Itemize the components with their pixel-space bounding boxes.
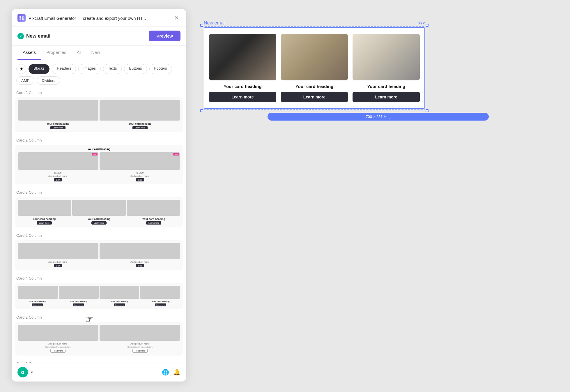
left-panel: Pixcraft Email Generator — create and ex… [12, 9, 186, 382]
preview-card-img-1 [209, 34, 276, 80]
footers-chip[interactable]: Footers [149, 64, 172, 74]
panel-footer: G ▾ 🌐 🔔 [12, 363, 186, 382]
preview-label-row: New email </> [204, 20, 425, 26]
svg-rect-2 [20, 18, 21, 20]
read-img-1 [18, 325, 98, 341]
card-section-3col: Card 3 Column Your card heading Learn mo… [15, 190, 183, 227]
globe-icon[interactable]: 🌐 [162, 369, 169, 376]
3col-img-2 [72, 200, 125, 216]
headers-chip[interactable]: Headers [52, 64, 76, 74]
preview-label: New email [204, 20, 226, 26]
preview-card-heading-2: Your card heading [295, 84, 334, 89]
card-section-4col: Card 4 Column Your card heading Learn mo… [15, 276, 183, 309]
card-2col-product[interactable]: Add product name Buy Add product name Bu… [15, 240, 183, 270]
read-more-btn-1[interactable]: Read more [50, 349, 66, 353]
svg-rect-3 [22, 18, 24, 20]
footer-icons: 🌐 🔔 [162, 369, 180, 376]
close-button[interactable]: ✕ [172, 14, 180, 22]
4col-btn-3[interactable]: Learn more [114, 303, 125, 306]
buy-btn-1[interactable]: Buy [54, 178, 62, 181]
cards-scroll[interactable]: Card 2 Column Your card heading Learn mo… [12, 88, 186, 363]
texts-chip[interactable]: Texts [103, 64, 122, 74]
card-2col-basic[interactable]: Your card heading Learn more Your card h… [15, 97, 183, 132]
3col-btn-1[interactable]: Learn more [37, 221, 52, 225]
new-email-label: ✓ New email [17, 33, 50, 39]
4col-btn-4[interactable]: Learn more [155, 303, 166, 306]
learn-more-btn-2[interactable]: Learn more [132, 126, 148, 129]
preview-card-img-2 [281, 34, 348, 80]
4col-img-1 [18, 286, 58, 299]
chevron-down-icon[interactable]: ▾ [31, 370, 33, 375]
preview-card-3: Your card heading Learn more [353, 34, 420, 102]
images-chip[interactable]: Images [78, 64, 101, 74]
card-2col-sale[interactable]: Your card heading Sale Sale $ 1980 Add p… [15, 145, 183, 184]
user-avatar[interactable]: G [17, 367, 28, 377]
card-section-2col-basic: Card 2 Column Your card heading Learn mo… [15, 91, 183, 132]
app-icon [17, 14, 26, 22]
preview-learn-btn-2[interactable]: Learn more [281, 92, 348, 102]
3col-img-1 [18, 200, 71, 216]
preview-card-1: Your card heading Learn more [209, 34, 276, 102]
3col-img-3 [127, 200, 180, 216]
panel-header: Pixcraft Email Generator — create and ex… [12, 9, 186, 27]
card-2col-read[interactable]: Add product name Some attractive descrip… [15, 322, 183, 356]
preview-learn-btn-1[interactable]: Learn more [209, 92, 276, 102]
learn-more-btn-1[interactable]: Learn more [50, 126, 66, 129]
read-more-btn-2[interactable]: Read more [132, 349, 148, 353]
corner-handle-bl[interactable] [200, 109, 203, 112]
product-img-2 [100, 243, 180, 259]
card-section-2col-product: Card 2 Column Add product name Buy Add p… [15, 233, 183, 270]
preview-button[interactable]: Preview [149, 31, 180, 41]
4col-img-2 [59, 286, 99, 299]
amp-chip[interactable]: AMP [16, 76, 34, 85]
svg-rect-0 [20, 16, 21, 18]
product-buy-btn-2[interactable]: Buy [136, 264, 144, 267]
preview-card-heading-1: Your card heading [224, 84, 262, 89]
tab-new[interactable]: New [86, 46, 105, 60]
section-title-sale: Card 2 Column [16, 138, 183, 142]
size-badge: 700 × 251 Hug [268, 113, 489, 121]
corner-handle-br[interactable] [426, 109, 429, 112]
tab-assets[interactable]: Assets [17, 46, 41, 60]
new-email-bar: ✓ New email Preview [12, 27, 186, 46]
preview-3col-grid: Your card heading Learn more Your card h… [209, 34, 420, 102]
card-section-2col-sale: Card 2 Column Your card heading Sale Sal… [15, 138, 183, 184]
filter-row: ★ Blocks Headers Images Texts Buttons Fo… [12, 60, 186, 88]
preview-learn-btn-3[interactable]: Learn more [353, 92, 420, 102]
tab-ai[interactable]: AI [71, 46, 86, 60]
card-section-2col-read: Card 2 Column Add product name Some attr… [15, 315, 183, 356]
cursor-hand: ☞ [85, 314, 93, 325]
blocks-chip[interactable]: Blocks [29, 64, 49, 74]
4col-btn-1[interactable]: Learn more [32, 303, 43, 306]
card-4col[interactable]: Your card heading Learn more Your card h… [15, 283, 183, 309]
3col-btn-3[interactable]: Learn more [146, 221, 161, 225]
svg-rect-1 [22, 16, 24, 18]
corner-handle-tr[interactable] [426, 24, 429, 27]
card-heading-2: Your card heading [129, 122, 151, 125]
card-3col[interactable]: Your card heading Learn more Your card h… [15, 197, 183, 227]
corner-handle-tl[interactable] [200, 24, 203, 27]
check-icon: ✓ [17, 33, 24, 39]
section-title-product: Card 2 Column [16, 233, 183, 238]
preview-card-heading-3: Your card heading [367, 84, 405, 89]
buttons-chip[interactable]: Buttons [124, 64, 147, 74]
4col-btn-2[interactable]: Learn more [73, 303, 84, 306]
3col-btn-2[interactable]: Learn more [91, 221, 107, 225]
card-img-left [18, 100, 98, 121]
buy-btn-2[interactable]: Buy [136, 178, 144, 181]
code-icon[interactable]: </> [418, 20, 425, 26]
email-preview-container[interactable]: Your card heading Learn more Your card h… [204, 27, 425, 109]
bell-icon[interactable]: 🔔 [173, 369, 180, 376]
read-img-2 [100, 325, 180, 341]
sale-img-1 [18, 152, 98, 170]
section-title-4col: Card 4 Column [16, 276, 183, 280]
4col-img-4 [140, 286, 180, 299]
star-filter-chip[interactable]: ★ [16, 64, 26, 74]
product-img-1 [18, 243, 98, 259]
product-buy-btn-1[interactable]: Buy [54, 264, 62, 267]
tab-properties[interactable]: Properties [41, 46, 71, 60]
app-title: Pixcraft Email Generator — create and ex… [29, 16, 146, 21]
card-img-right [100, 100, 180, 121]
dividers-chip[interactable]: Dividers [37, 76, 60, 85]
4col-img-3 [100, 286, 139, 299]
